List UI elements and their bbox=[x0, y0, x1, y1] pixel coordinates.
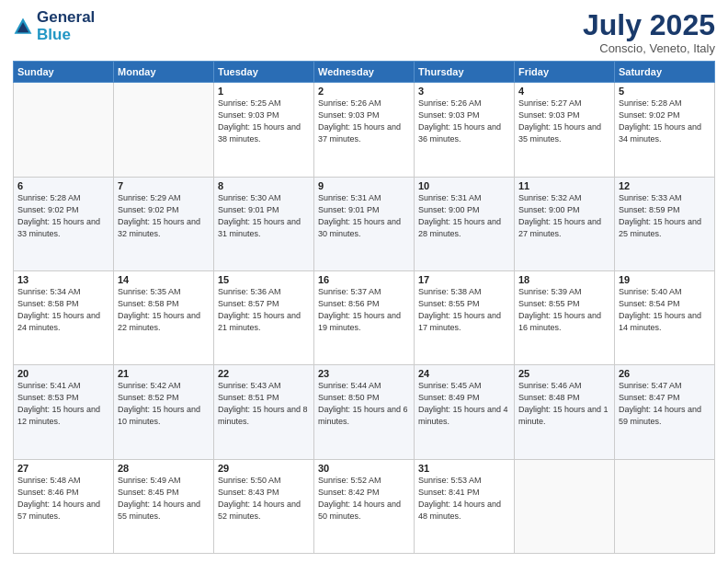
col-monday: Monday bbox=[114, 62, 214, 83]
calendar-cell: 9Sunrise: 5:31 AMSunset: 9:01 PMDaylight… bbox=[314, 177, 415, 270]
day-info: Sunrise: 5:45 AMSunset: 8:49 PMDaylight:… bbox=[418, 380, 510, 428]
day-number: 22 bbox=[218, 368, 310, 379]
day-info: Sunrise: 5:31 AMSunset: 9:01 PMDaylight:… bbox=[318, 192, 410, 240]
day-number: 24 bbox=[418, 368, 510, 379]
month-title: July 2025 bbox=[583, 9, 715, 41]
day-info: Sunrise: 5:43 AMSunset: 8:51 PMDaylight:… bbox=[218, 380, 310, 428]
calendar-cell: 8Sunrise: 5:30 AMSunset: 9:01 PMDaylight… bbox=[214, 177, 314, 270]
day-number: 16 bbox=[318, 274, 410, 285]
day-info: Sunrise: 5:39 AMSunset: 8:55 PMDaylight:… bbox=[518, 286, 610, 334]
day-info: Sunrise: 5:28 AMSunset: 9:02 PMDaylight:… bbox=[17, 192, 109, 240]
calendar-week-row: 1Sunrise: 5:25 AMSunset: 9:03 PMDaylight… bbox=[14, 83, 715, 177]
calendar-cell: 14Sunrise: 5:35 AMSunset: 8:58 PMDayligh… bbox=[114, 270, 214, 364]
day-info: Sunrise: 5:31 AMSunset: 9:00 PMDaylight:… bbox=[418, 192, 510, 240]
day-number: 30 bbox=[318, 463, 410, 474]
logo: General Blue bbox=[13, 9, 95, 43]
day-number: 5 bbox=[619, 86, 711, 97]
calendar-cell: 4Sunrise: 5:27 AMSunset: 9:03 PMDaylight… bbox=[515, 83, 615, 177]
calendar-cell bbox=[515, 459, 615, 553]
calendar-cell: 18Sunrise: 5:39 AMSunset: 8:55 PMDayligh… bbox=[515, 270, 615, 364]
calendar-cell: 21Sunrise: 5:42 AMSunset: 8:52 PMDayligh… bbox=[114, 365, 214, 459]
logo-text-general: General bbox=[37, 9, 95, 27]
day-info: Sunrise: 5:26 AMSunset: 9:03 PMDaylight:… bbox=[418, 98, 510, 145]
day-number: 27 bbox=[17, 463, 109, 474]
col-wednesday: Wednesday bbox=[314, 62, 415, 83]
day-info: Sunrise: 5:47 AMSunset: 8:47 PMDaylight:… bbox=[619, 380, 711, 428]
day-number: 2 bbox=[318, 86, 410, 97]
day-number: 17 bbox=[418, 274, 510, 285]
day-info: Sunrise: 5:35 AMSunset: 8:58 PMDaylight:… bbox=[118, 286, 210, 334]
calendar-cell: 29Sunrise: 5:50 AMSunset: 8:43 PMDayligh… bbox=[214, 459, 314, 553]
day-info: Sunrise: 5:37 AMSunset: 8:56 PMDaylight:… bbox=[318, 286, 410, 334]
day-info: Sunrise: 5:33 AMSunset: 8:59 PMDaylight:… bbox=[619, 192, 711, 240]
calendar-cell: 6Sunrise: 5:28 AMSunset: 9:02 PMDaylight… bbox=[14, 177, 114, 270]
day-number: 26 bbox=[619, 368, 711, 379]
calendar-cell: 20Sunrise: 5:41 AMSunset: 8:53 PMDayligh… bbox=[14, 365, 114, 459]
day-number: 25 bbox=[518, 368, 610, 379]
calendar-cell: 13Sunrise: 5:34 AMSunset: 8:58 PMDayligh… bbox=[14, 270, 114, 364]
calendar-week-row: 6Sunrise: 5:28 AMSunset: 9:02 PMDaylight… bbox=[14, 177, 715, 270]
calendar-cell: 10Sunrise: 5:31 AMSunset: 9:00 PMDayligh… bbox=[415, 177, 515, 270]
day-number: 11 bbox=[518, 180, 610, 191]
calendar-cell: 25Sunrise: 5:46 AMSunset: 8:48 PMDayligh… bbox=[515, 365, 615, 459]
day-number: 4 bbox=[518, 86, 610, 97]
day-info: Sunrise: 5:28 AMSunset: 9:02 PMDaylight:… bbox=[619, 98, 711, 145]
day-info: Sunrise: 5:52 AMSunset: 8:42 PMDaylight:… bbox=[318, 475, 410, 523]
title-area: July 2025 Conscio, Veneto, Italy bbox=[583, 9, 715, 55]
calendar-cell: 27Sunrise: 5:48 AMSunset: 8:46 PMDayligh… bbox=[14, 459, 114, 553]
day-number: 8 bbox=[218, 180, 310, 191]
day-number: 29 bbox=[218, 463, 310, 474]
col-friday: Friday bbox=[515, 62, 615, 83]
day-info: Sunrise: 5:40 AMSunset: 8:54 PMDaylight:… bbox=[619, 286, 711, 334]
calendar-cell: 7Sunrise: 5:29 AMSunset: 9:02 PMDaylight… bbox=[114, 177, 214, 270]
day-info: Sunrise: 5:53 AMSunset: 8:41 PMDaylight:… bbox=[418, 475, 510, 523]
calendar-cell: 17Sunrise: 5:38 AMSunset: 8:55 PMDayligh… bbox=[415, 270, 515, 364]
header: General Blue July 2025 Conscio, Veneto, … bbox=[13, 9, 715, 55]
calendar-cell: 31Sunrise: 5:53 AMSunset: 8:41 PMDayligh… bbox=[415, 459, 515, 553]
day-info: Sunrise: 5:46 AMSunset: 8:48 PMDaylight:… bbox=[518, 380, 610, 428]
calendar-week-row: 13Sunrise: 5:34 AMSunset: 8:58 PMDayligh… bbox=[14, 270, 715, 364]
day-info: Sunrise: 5:27 AMSunset: 9:03 PMDaylight:… bbox=[518, 98, 610, 145]
calendar-cell: 26Sunrise: 5:47 AMSunset: 8:47 PMDayligh… bbox=[615, 365, 715, 459]
calendar-cell: 15Sunrise: 5:36 AMSunset: 8:57 PMDayligh… bbox=[214, 270, 314, 364]
day-info: Sunrise: 5:30 AMSunset: 9:01 PMDaylight:… bbox=[218, 192, 310, 240]
calendar-header-row: Sunday Monday Tuesday Wednesday Thursday… bbox=[14, 62, 715, 83]
calendar-cell: 30Sunrise: 5:52 AMSunset: 8:42 PMDayligh… bbox=[314, 459, 415, 553]
calendar-cell: 19Sunrise: 5:40 AMSunset: 8:54 PMDayligh… bbox=[615, 270, 715, 364]
day-number: 13 bbox=[17, 274, 109, 285]
day-info: Sunrise: 5:26 AMSunset: 9:03 PMDaylight:… bbox=[318, 98, 410, 145]
day-info: Sunrise: 5:49 AMSunset: 8:45 PMDaylight:… bbox=[118, 475, 210, 523]
day-number: 31 bbox=[418, 463, 510, 474]
day-number: 14 bbox=[118, 274, 210, 285]
calendar-cell: 16Sunrise: 5:37 AMSunset: 8:56 PMDayligh… bbox=[314, 270, 415, 364]
logo-icon bbox=[13, 17, 33, 37]
calendar-table: Sunday Monday Tuesday Wednesday Thursday… bbox=[13, 61, 715, 554]
calendar-cell: 28Sunrise: 5:49 AMSunset: 8:45 PMDayligh… bbox=[114, 459, 214, 553]
calendar-cell: 24Sunrise: 5:45 AMSunset: 8:49 PMDayligh… bbox=[415, 365, 515, 459]
day-info: Sunrise: 5:42 AMSunset: 8:52 PMDaylight:… bbox=[118, 380, 210, 428]
calendar-week-row: 27Sunrise: 5:48 AMSunset: 8:46 PMDayligh… bbox=[14, 459, 715, 553]
day-number: 6 bbox=[17, 180, 109, 191]
day-number: 18 bbox=[518, 274, 610, 285]
logo-text-blue: Blue bbox=[37, 27, 95, 44]
calendar-cell: 12Sunrise: 5:33 AMSunset: 8:59 PMDayligh… bbox=[615, 177, 715, 270]
day-info: Sunrise: 5:50 AMSunset: 8:43 PMDaylight:… bbox=[218, 475, 310, 523]
calendar-cell: 23Sunrise: 5:44 AMSunset: 8:50 PMDayligh… bbox=[314, 365, 415, 459]
day-info: Sunrise: 5:41 AMSunset: 8:53 PMDaylight:… bbox=[17, 380, 109, 428]
day-info: Sunrise: 5:32 AMSunset: 9:00 PMDaylight:… bbox=[518, 192, 610, 240]
calendar-cell bbox=[615, 459, 715, 553]
calendar-cell: 11Sunrise: 5:32 AMSunset: 9:00 PMDayligh… bbox=[515, 177, 615, 270]
day-info: Sunrise: 5:48 AMSunset: 8:46 PMDaylight:… bbox=[17, 475, 109, 523]
calendar-week-row: 20Sunrise: 5:41 AMSunset: 8:53 PMDayligh… bbox=[14, 365, 715, 459]
day-number: 12 bbox=[619, 180, 711, 191]
day-number: 20 bbox=[17, 368, 109, 379]
calendar-cell: 3Sunrise: 5:26 AMSunset: 9:03 PMDaylight… bbox=[415, 83, 515, 177]
day-number: 9 bbox=[318, 180, 410, 191]
calendar-cell bbox=[14, 83, 114, 177]
day-info: Sunrise: 5:25 AMSunset: 9:03 PMDaylight:… bbox=[218, 98, 310, 145]
location: Conscio, Veneto, Italy bbox=[583, 41, 715, 55]
day-number: 1 bbox=[218, 86, 310, 97]
day-info: Sunrise: 5:36 AMSunset: 8:57 PMDaylight:… bbox=[218, 286, 310, 334]
day-number: 23 bbox=[318, 368, 410, 379]
day-number: 21 bbox=[118, 368, 210, 379]
